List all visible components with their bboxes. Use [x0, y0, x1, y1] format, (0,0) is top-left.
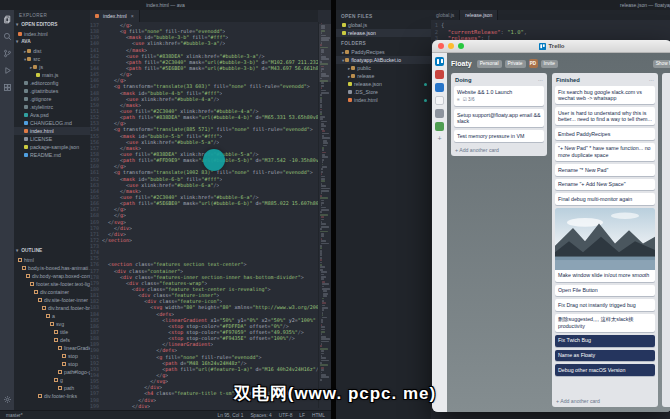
tab-release-json[interactable]: release.json	[460, 10, 498, 20]
file-tree-item[interactable]: main.js	[14, 71, 90, 79]
close-icon[interactable]: ×	[131, 13, 134, 19]
file-tree-item[interactable]: .gitignore	[14, 95, 90, 103]
outline-item[interactable]: body.is-boxed.has-animati…	[14, 264, 90, 272]
trello-card[interactable]: Final debug multi-monitor again	[555, 193, 655, 205]
status-item[interactable]: UTF-8	[279, 413, 293, 418]
file-tree-item[interactable]: LICENSE	[14, 135, 90, 143]
file-tree-item[interactable]: .gitattributes	[14, 87, 90, 95]
trello-card[interactable]: Fix Drag not instantly trigged bug	[555, 299, 655, 311]
search-icon[interactable]	[3, 32, 12, 41]
folder-tree-item[interactable]: .DS_Store	[336, 88, 431, 96]
zoom-window-button[interactable]	[458, 43, 464, 49]
open-editors-header[interactable]: ▾ OPEN EDITORS	[16, 22, 57, 27]
trello-titlebar[interactable]: Trello	[432, 40, 670, 53]
status-item[interactable]: Spaces: 4	[250, 413, 271, 418]
service-icon-gray[interactable]	[435, 109, 444, 118]
open-files-header[interactable]: OPEN FILES	[336, 10, 431, 21]
outline-item[interactable]: stop	[14, 352, 90, 360]
trello-card[interactable]: Embed PaddyRecipes	[555, 128, 655, 140]
add-service-icon[interactable]: +	[437, 135, 441, 142]
editor2-code[interactable]: 1{2 "currentRelease": "1.0",3 "releases"…	[431, 20, 670, 42]
add-card-button[interactable]: + Add another card	[454, 145, 544, 153]
service-icon-red[interactable]	[435, 70, 444, 79]
outline-item[interactable]: div.container	[14, 288, 90, 296]
folder-tree-item[interactable]: ▸release	[336, 72, 431, 80]
service-icon-green[interactable]	[435, 122, 444, 131]
trello-service-icon[interactable]	[435, 57, 444, 66]
invite-button[interactable]: Invite	[541, 60, 558, 68]
vscode-titlebar[interactable]: index.html — ava	[0, 0, 331, 10]
folder-tree-item[interactable]: ▸PaddyRecipes	[336, 48, 431, 56]
file-tree-item[interactable]: package-sample.json	[14, 143, 90, 151]
avatar[interactable]: PD	[529, 59, 538, 68]
file-tree-item[interactable]: README.md	[14, 151, 90, 159]
outline-item[interactable]: a	[14, 312, 90, 320]
status-item[interactable]: HTML	[312, 413, 325, 418]
trello-card[interactable]: Make window slide in/out more smooth	[555, 208, 655, 282]
list-menu-icon[interactable]: ⋯	[538, 77, 543, 83]
outline-item[interactable]: footer.site-footer.text-light	[14, 280, 90, 288]
outline-item[interactable]: title	[14, 328, 90, 336]
trello-card[interactable]: Debug other macOS Version	[555, 364, 655, 376]
outline-item[interactable]: defs	[14, 336, 90, 344]
file-tree-item[interactable]: .stylelintrc	[14, 103, 90, 111]
trello-card[interactable]: Open File Button	[555, 285, 655, 297]
editor-pane[interactable]: index.html × 137 </g>138 <g fill="none" …	[90, 10, 318, 410]
outline-item[interactable]: html	[14, 256, 90, 264]
minimap[interactable]	[318, 22, 331, 408]
trello-card[interactable]: Setup support@floaty.app email && slack	[454, 109, 544, 127]
outline-item[interactable]: div.site-footer-inner	[14, 296, 90, 304]
file-tree-item[interactable]: .editorconfig	[14, 79, 90, 87]
open-editor-item[interactable]: index.html	[14, 30, 90, 38]
minimize-window-button[interactable]	[448, 43, 454, 49]
close-window-button[interactable]	[438, 43, 444, 49]
service-icon-blue[interactable]	[435, 83, 444, 92]
status-item[interactable]: Ln 95, Col 1	[218, 413, 244, 418]
trello-card[interactable]: "+ New Pad" * have same function... no m…	[555, 143, 655, 161]
file-tree-item[interactable]: ▸js	[14, 63, 90, 71]
trello-card[interactable]: Fix Twich Bug	[555, 335, 655, 347]
trello-card[interactable]: Test memory pressure in VM	[454, 130, 544, 142]
list-menu-icon[interactable]: ⋯	[649, 77, 654, 83]
folders-header[interactable]: FOLDERS	[336, 37, 431, 48]
file-tree-item[interactable]: ▾src	[14, 55, 90, 63]
source-control-icon[interactable]	[3, 49, 12, 58]
tab-global-js[interactable]: global.js	[431, 10, 460, 20]
outline-item[interactable]: svg	[14, 320, 90, 328]
file-tree-item[interactable]: Ava.psd	[14, 111, 90, 119]
outline-header[interactable]: ▾ OUTLINE	[16, 248, 42, 253]
trello-card[interactable]: User is hard to understand why this is b…	[555, 107, 655, 125]
tab-index-html[interactable]: index.html ×	[90, 10, 140, 22]
outline-item[interactable]: linearGradient#logo-gra…	[14, 344, 90, 352]
open-file-item[interactable]: release.json	[336, 29, 431, 37]
board-name[interactable]: Floaty	[451, 60, 472, 67]
outline-item[interactable]: div.body-wrap.boxed-conta…	[14, 272, 90, 280]
visibility-button[interactable]: Private	[505, 60, 526, 68]
file-tree-item[interactable]: ▸dist	[14, 47, 90, 55]
git-branch-status[interactable]: master*	[6, 413, 23, 418]
team-button[interactable]: Personal	[477, 60, 502, 68]
explorer-icon[interactable]	[3, 15, 12, 24]
folder-tree-item[interactable]: index.html	[336, 96, 431, 104]
folder-tree-item[interactable]: ▸public	[336, 64, 431, 72]
trello-card[interactable]: Rename "* New Pad"	[555, 164, 655, 176]
trello-card[interactable]: 删除suggested,,,, 这样太slack接 productivity	[555, 314, 655, 332]
trello-card[interactable]: Website && 1.0 Launch≡☑ 3/6	[454, 86, 544, 106]
trello-card[interactable]: Fix search bug google slack.com vs wecha…	[555, 86, 655, 104]
folder-root-header[interactable]: ▾ AVA	[16, 39, 31, 44]
trello-card[interactable]: Name as Floaty	[555, 350, 655, 362]
outline-item[interactable]: stop	[14, 360, 90, 368]
outline-item[interactable]: div.brand.footer-brand	[14, 304, 90, 312]
folder-tree-item[interactable]: release.json	[336, 80, 431, 88]
file-tree-item[interactable]: CHANGELOG.md	[14, 119, 90, 127]
trello-card[interactable]: Rename "+ Add New Space"	[555, 179, 655, 191]
show-menu-button[interactable]: Show Menu	[653, 60, 670, 68]
file-tree-item[interactable]: index.html	[14, 127, 90, 135]
status-item[interactable]: LF	[299, 413, 305, 418]
outline-item[interactable]: path#logo-gradient-foo…	[14, 368, 90, 376]
extensions-icon[interactable]	[3, 83, 12, 92]
open-file-item[interactable]: global.js	[336, 21, 431, 29]
editor-code[interactable]: 137 </g>138 <g fill="none" fill-rule="ev…	[90, 22, 318, 410]
window2-titlebar[interactable]: release.json — floatyapp.AltBucket.io	[336, 0, 670, 10]
service-icon-light[interactable]	[435, 96, 444, 105]
